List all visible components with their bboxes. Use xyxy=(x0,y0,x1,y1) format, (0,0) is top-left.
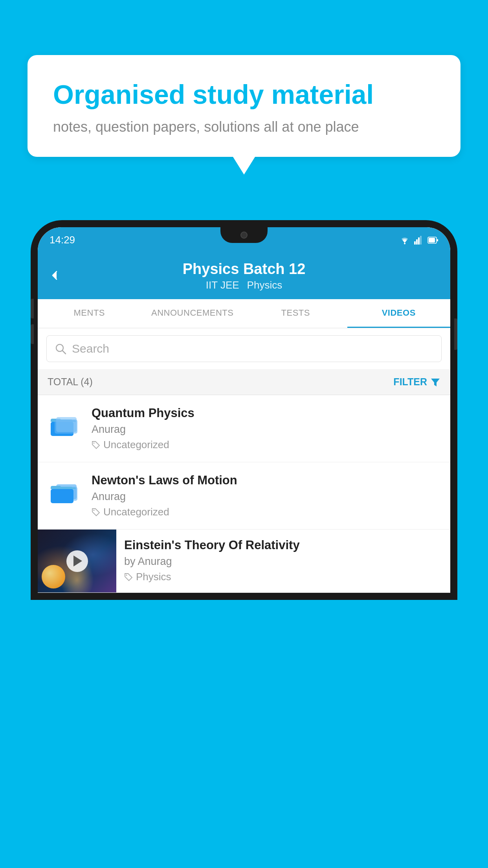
batch-category: IIT JEE xyxy=(206,279,239,291)
video-tag: Uncategorized xyxy=(92,439,440,451)
search-bar[interactable]: Search xyxy=(46,335,442,362)
filter-bar: TOTAL (4) FILTER xyxy=(38,369,450,395)
tag-label: Physics xyxy=(136,571,171,583)
side-buttons-left xyxy=(31,299,34,350)
svg-point-15 xyxy=(94,442,95,443)
tag-icon xyxy=(92,508,100,517)
svg-rect-19 xyxy=(51,489,73,503)
total-count: TOTAL (4) xyxy=(48,376,93,388)
phone-mockup: 14:29 xyxy=(31,220,457,868)
svg-rect-14 xyxy=(55,419,77,434)
svg-point-21 xyxy=(126,574,127,576)
volume-down-button[interactable] xyxy=(31,324,34,344)
svg-rect-4 xyxy=(420,236,422,245)
svg-rect-6 xyxy=(429,238,435,243)
video-thumbnail xyxy=(38,530,116,592)
search-container: Search xyxy=(38,328,450,369)
power-button[interactable] xyxy=(454,318,457,350)
batch-subject: Physics xyxy=(247,279,283,291)
tag-label: Uncategorized xyxy=(103,439,169,451)
status-time: 14:29 xyxy=(50,234,75,246)
volume-up-button[interactable] xyxy=(31,299,34,318)
tab-videos[interactable]: VIDEOS xyxy=(347,299,451,328)
wifi-icon xyxy=(399,236,410,245)
video-title: Quantum Physics xyxy=(92,406,440,420)
planet-decoration xyxy=(42,565,65,588)
filter-funnel-icon xyxy=(430,377,440,387)
video-author: Anurag xyxy=(92,423,440,436)
folder-icon xyxy=(50,476,81,506)
filter-button[interactable]: FILTER xyxy=(393,376,440,388)
video-info: Quantum Physics Anurag Uncategorized xyxy=(92,406,440,451)
svg-rect-7 xyxy=(437,239,438,241)
svg-marker-10 xyxy=(431,379,440,386)
phone-outer: 14:29 xyxy=(31,220,457,600)
play-triangle-icon xyxy=(73,555,82,566)
video-info: Einstein's Theory Of Relativity by Anura… xyxy=(116,530,450,592)
speech-bubble: Organised study material notes, question… xyxy=(28,55,460,157)
tag-label: Uncategorized xyxy=(103,506,169,518)
svg-rect-3 xyxy=(418,237,420,245)
camera xyxy=(240,232,248,239)
tab-ments[interactable]: MENTS xyxy=(38,299,141,328)
list-item[interactable]: Einstein's Theory Of Relativity by Anura… xyxy=(38,530,450,593)
video-author: by Anurag xyxy=(124,555,442,568)
side-buttons-right xyxy=(454,318,457,350)
folder-icon-container xyxy=(48,473,83,509)
tag-icon xyxy=(92,441,100,449)
svg-line-9 xyxy=(62,351,66,354)
speech-bubble-container: Organised study material notes, question… xyxy=(28,55,460,157)
app-header: Physics Batch 12 IIT JEE Physics xyxy=(38,253,450,299)
batch-title: Physics Batch 12 xyxy=(183,261,306,278)
list-item[interactable]: Quantum Physics Anurag Uncategorized xyxy=(38,395,450,462)
folder-icon xyxy=(50,408,81,439)
video-tag: Physics xyxy=(124,571,442,583)
status-icons xyxy=(399,236,438,245)
list-item[interactable]: Newton's Laws of Motion Anurag Uncategor… xyxy=(38,462,450,530)
filter-label: FILTER xyxy=(393,376,427,388)
folder-icon-container xyxy=(48,406,83,441)
svg-point-20 xyxy=(94,509,95,511)
notch xyxy=(220,227,268,243)
speech-bubble-title: Organised study material xyxy=(53,79,435,111)
video-title: Newton's Laws of Motion xyxy=(92,473,440,487)
svg-rect-1 xyxy=(414,241,416,245)
speech-bubble-subtitle: notes, question papers, solutions all at… xyxy=(53,119,435,135)
tag-icon xyxy=(124,573,133,581)
search-icon xyxy=(55,343,66,355)
search-placeholder: Search xyxy=(72,342,109,355)
battery-icon xyxy=(427,236,438,245)
batch-subtitle: IIT JEE Physics xyxy=(206,279,282,291)
status-bar: 14:29 xyxy=(38,227,450,253)
svg-rect-2 xyxy=(416,239,418,245)
video-tag: Uncategorized xyxy=(92,506,440,518)
signal-icon xyxy=(414,236,424,245)
video-author: Anurag xyxy=(92,491,440,503)
svg-point-0 xyxy=(404,243,405,244)
tab-bar: MENTS ANNOUNCEMENTS TESTS VIDEOS xyxy=(38,299,450,328)
phone-screen: 14:29 xyxy=(38,227,450,593)
video-title: Einstein's Theory Of Relativity xyxy=(124,538,442,552)
play-button[interactable] xyxy=(66,550,88,572)
tab-tests[interactable]: TESTS xyxy=(244,299,347,328)
video-info: Newton's Laws of Motion Anurag Uncategor… xyxy=(92,473,440,518)
back-button[interactable] xyxy=(49,267,61,285)
video-list: Quantum Physics Anurag Uncategorized xyxy=(38,395,450,593)
tab-announcements[interactable]: ANNOUNCEMENTS xyxy=(141,299,244,328)
